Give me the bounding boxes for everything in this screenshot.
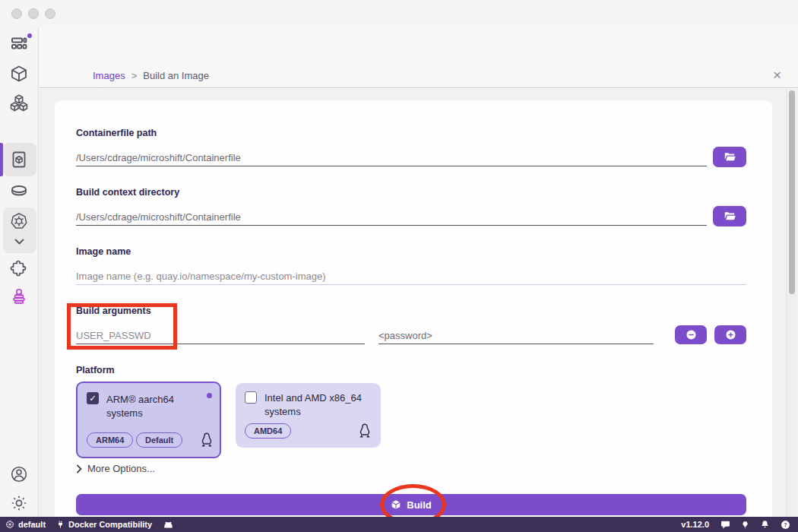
breadcrumb: Images>Build an Image: [93, 70, 209, 81]
docker-compatibility-label: Docker Compatibility: [68, 520, 152, 529]
platform-card-amd64[interactable]: Intel and AMD x86_64 systems AMD64: [236, 383, 381, 448]
statusbar-help[interactable]: ?: [775, 520, 798, 530]
page-header: Images>Build an Image Build image from C…: [39, 27, 798, 88]
status-bar: default Docker Compatibility v1.12.0: [0, 517, 798, 532]
build-arguments-label: Build arguments: [76, 306, 151, 316]
arm64-checkbox[interactable]: ✓: [87, 392, 99, 404]
sidebar-item-dashboard[interactable]: [10, 35, 28, 53]
images-icon: [10, 150, 28, 169]
scrollbar-thumb[interactable]: [789, 90, 795, 294]
kubernetes-chevron-down-icon[interactable]: [14, 234, 24, 240]
platform-label: Platform: [76, 365, 115, 375]
kube-context-icon: [5, 520, 14, 529]
volumes-icon: [10, 182, 28, 200]
statusbar-podman-machine[interactable]: [157, 517, 179, 532]
default-badge: Default: [136, 432, 182, 448]
account-icon: [10, 465, 28, 483]
more-options-toggle[interactable]: More Options...: [76, 463, 155, 474]
add-build-arg-button[interactable]: [714, 325, 746, 344]
dashboard-notification-dot: [27, 33, 32, 38]
sidebar-item-containers[interactable]: [10, 65, 28, 83]
plug-icon: [56, 520, 65, 529]
containers-cube-icon: [10, 65, 28, 83]
amd64-badge: AMD64: [245, 423, 291, 439]
arm64-platform-label: ARM® aarch64 systems: [106, 393, 210, 420]
build-context-browse-button[interactable]: [713, 206, 746, 226]
svg-text:?: ?: [784, 521, 787, 527]
build-arg-key-input[interactable]: USER_PASSWD: [76, 328, 365, 344]
app-version: v1.12.0: [675, 520, 715, 529]
folder-open-icon: [724, 210, 736, 223]
sidebar: [0, 27, 39, 517]
statusbar-feedback[interactable]: [715, 520, 736, 530]
circle-minus-icon: [685, 328, 698, 341]
sidebar-active-indicator: [0, 143, 3, 176]
statusbar-tasks[interactable]: [736, 520, 755, 530]
platform-card-arm64[interactable]: ✓ ARM® aarch64 systems ARM64 Default: [76, 382, 221, 458]
build-arg-value-input[interactable]: <password>: [378, 328, 654, 344]
podman-icon: [163, 520, 174, 529]
remove-build-arg-button[interactable]: [675, 325, 707, 344]
close-icon[interactable]: ×: [773, 68, 781, 82]
feedback-bubble-icon: [720, 520, 730, 530]
build-cube-icon: [391, 499, 401, 510]
image-name-label: Image name: [76, 246, 131, 257]
build-context-label: Build context directory: [76, 187, 179, 198]
window-minimize-button[interactable]: [28, 8, 39, 19]
breadcrumb-separator: >: [131, 70, 138, 81]
pods-icon: [10, 94, 28, 112]
sidebar-item-volumes[interactable]: [10, 182, 28, 200]
puzzle-icon: [10, 258, 28, 277]
sidebar-item-pods[interactable]: [10, 94, 28, 112]
folder-open-icon: [724, 150, 736, 163]
kube-context-label: default: [18, 520, 46, 529]
window-zoom-button[interactable]: [45, 8, 55, 19]
circle-plus-icon: [724, 328, 737, 341]
amd64-platform-label: Intel and AMD x86_64 systems: [264, 391, 367, 418]
extension-whale-stack-icon: [10, 287, 28, 306]
lightbulb-icon: [741, 520, 749, 530]
sidebar-item-images[interactable]: [10, 150, 28, 169]
containerfile-path-input[interactable]: /Users/cdrage/microshift/Containerfile: [76, 150, 707, 166]
build-context-input[interactable]: /Users/cdrage/microshift/Containerfile: [76, 209, 707, 226]
image-name-input[interactable]: Image name (e.g. quay.io/namespace/my-cu…: [76, 268, 746, 285]
sidebar-item-ai-lab-extension[interactable]: [10, 287, 28, 306]
dashboard-icon: [10, 35, 28, 53]
statusbar-kube-context[interactable]: default: [0, 517, 51, 532]
breadcrumb-images-link[interactable]: Images: [93, 70, 125, 81]
amd64-checkbox[interactable]: [245, 391, 257, 404]
arm64-badge: ARM64: [87, 432, 133, 448]
linux-penguin-icon: [198, 430, 216, 450]
gear-icon: [10, 494, 28, 512]
kubernetes-icon: [10, 212, 28, 230]
containerfile-browse-button[interactable]: [713, 147, 746, 167]
window-titlebar: [0, 0, 798, 27]
build-button[interactable]: Build: [76, 494, 746, 515]
window-close-button[interactable]: [11, 8, 22, 19]
sidebar-item-extensions[interactable]: [10, 258, 28, 277]
sidebar-item-settings[interactable]: [10, 494, 28, 512]
sidebar-item-account[interactable]: [10, 465, 28, 483]
help-icon: ?: [781, 520, 790, 530]
more-options-label: More Options...: [87, 463, 155, 474]
linux-penguin-icon: [356, 421, 374, 441]
statusbar-docker-compatibility[interactable]: Docker Compatibility: [51, 517, 157, 532]
breadcrumb-current: Build an Image: [143, 70, 209, 81]
build-button-label: Build: [407, 499, 432, 511]
chevron-right-icon: [76, 464, 82, 473]
arm64-selected-dot: [207, 393, 212, 398]
statusbar-notifications[interactable]: [755, 520, 775, 530]
sidebar-item-kubernetes[interactable]: [10, 212, 28, 230]
containerfile-path-label: Containerfile path: [76, 128, 157, 138]
bell-icon: [760, 520, 770, 530]
